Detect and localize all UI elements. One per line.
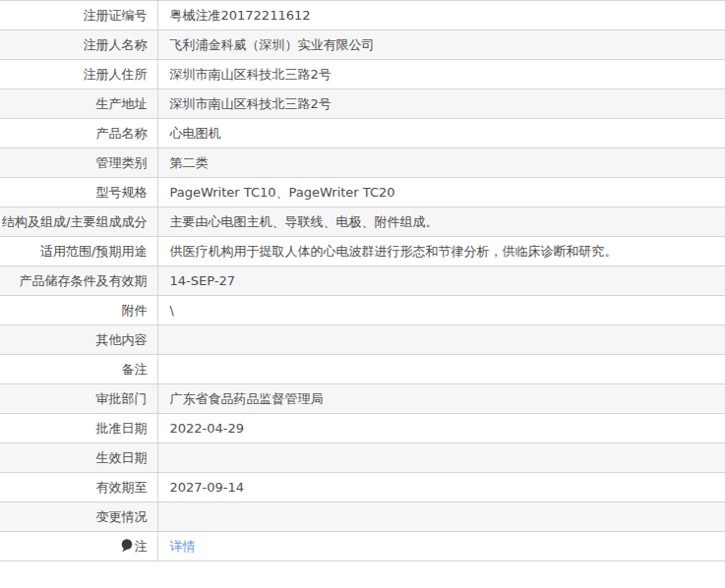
row-label-cell: 适用范围/预期用途 [0,237,157,266]
table-row: 产品储存条件及有效期 14-SEP-27 [0,266,725,296]
table-row: 有效期至 2027-09-14 [0,473,725,502]
row-label: 注 [135,539,148,554]
row-label: 变更情况 [96,509,148,524]
table-row: 注册证编号 粤械注准20172211612 [0,1,725,30]
row-value: 心电图机 [170,126,221,141]
row-value: 深圳市南山区科技北三路2号 [170,96,332,111]
table-row: 管理类别 第二类 [0,148,725,178]
row-value: 2022-04-29 [170,421,245,436]
row-label: 结构及组成/主要组成成分 [2,214,147,229]
row-label-cell: 结构及组成/主要组成成分 [0,207,157,237]
table-row: 审批部门 广东省食品药品监督管理局 [0,384,725,414]
row-label-cell: 注 [0,532,157,561]
registration-detail-page: 注册证编号 粤械注准20172211612 注册人名称 飞利浦金科威（深圳）实业… [0,0,725,588]
row-label-cell: 附件 [0,296,157,325]
row-value-cell: 供医疗机构用于提取人体的心电波群进行形态和节律分析，供临床诊断和研究。 [157,237,725,266]
row-label-cell: 批准日期 [0,414,157,443]
row-label-cell: 管理类别 [0,148,157,178]
row-label-cell: 产品名称 [0,119,157,148]
registration-table: 注册证编号 粤械注准20172211612 注册人名称 飞利浦金科威（深圳）实业… [0,0,725,561]
row-value-cell: 2027-09-14 [157,473,725,502]
row-value: 14-SEP-27 [170,273,236,288]
table-row: 产品名称 心电图机 [0,119,725,148]
row-label-cell: 型号规格 [0,178,157,207]
row-label: 审批部门 [96,391,148,406]
table-row: 注 详情 [0,532,725,561]
row-value-cell: 第二类 [157,148,725,178]
table-row: 注册人住所 深圳市南山区科技北三路2号 [0,60,725,89]
row-value: 飞利浦金科威（深圳）实业有限公司 [170,37,375,52]
row-value: 主要由心电图主机、导联线、电极、附件组成。 [170,214,439,229]
row-label: 附件 [122,303,148,318]
row-label-cell: 备注 [0,355,157,384]
note-balloon-icon [121,539,133,553]
table-row: 生产地址 深圳市南山区科技北三路2号 [0,89,725,119]
row-value-cell [157,355,725,384]
row-value-cell: 深圳市南山区科技北三路2号 [157,89,725,119]
row-label: 适用范围/预期用途 [40,244,147,259]
row-value-cell: 飞利浦金科威（深圳）实业有限公司 [157,30,725,60]
row-value: 广东省食品药品监督管理局 [170,391,324,406]
row-label-cell: 生效日期 [0,443,157,473]
row-value-cell: PageWriter TC10、PageWriter TC20 [157,178,725,207]
row-label: 注册人名称 [84,37,148,52]
row-value: 深圳市南山区科技北三路2号 [170,67,332,82]
table-body: 注册证编号 粤械注准20172211612 注册人名称 飞利浦金科威（深圳）实业… [0,1,725,561]
row-value-cell [157,325,725,355]
row-label: 产品储存条件及有效期 [20,273,148,288]
row-label: 注册人住所 [84,67,148,82]
row-value: 2027-09-14 [170,480,245,495]
table-row: 附件 \ [0,296,725,325]
table-row: 型号规格 PageWriter TC10、PageWriter TC20 [0,178,725,207]
row-label: 有效期至 [96,480,148,495]
row-label-cell: 其他内容 [0,325,157,355]
row-value-cell: \ [157,296,725,325]
row-value: 第二类 [170,155,209,170]
detail-link[interactable]: 详情 [170,539,196,554]
row-value: 粤械注准20172211612 [170,8,311,23]
row-label: 备注 [122,362,148,377]
row-label: 其他内容 [96,332,148,347]
table-row: 结构及组成/主要组成成分 主要由心电图主机、导联线、电极、附件组成。 [0,207,725,237]
row-label: 型号规格 [96,185,148,200]
row-label-cell: 生产地址 [0,89,157,119]
row-label: 产品名称 [96,126,148,141]
table-row: 备注 [0,355,725,384]
row-label-cell: 审批部门 [0,384,157,414]
table-row: 变更情况 [0,502,725,532]
row-value-cell: 主要由心电图主机、导联线、电极、附件组成。 [157,207,725,237]
table-row: 其他内容 [0,325,725,355]
row-value-cell: 14-SEP-27 [157,266,725,296]
row-value-cell: 详情 [157,532,725,561]
row-label-cell: 注册人名称 [0,30,157,60]
row-value: \ [170,303,174,318]
row-value-cell [157,502,725,532]
row-label-cell: 有效期至 [0,473,157,502]
row-value-cell: 深圳市南山区科技北三路2号 [157,60,725,89]
row-value-cell: 2022-04-29 [157,414,725,443]
row-label: 管理类别 [96,155,148,170]
row-value: 供医疗机构用于提取人体的心电波群进行形态和节律分析，供临床诊断和研究。 [170,244,618,259]
table-row: 批准日期 2022-04-29 [0,414,725,443]
row-label: 生效日期 [96,450,148,465]
row-label-cell: 注册人住所 [0,60,157,89]
row-value-cell: 心电图机 [157,119,725,148]
table-row: 适用范围/预期用途 供医疗机构用于提取人体的心电波群进行形态和节律分析，供临床诊… [0,237,725,266]
table-row: 注册人名称 飞利浦金科威（深圳）实业有限公司 [0,30,725,60]
row-label: 注册证编号 [84,8,148,23]
row-label-cell: 注册证编号 [0,1,157,30]
row-value-cell [157,443,725,473]
row-label: 批准日期 [96,421,148,436]
row-label-cell: 变更情况 [0,502,157,532]
row-value-cell: 粤械注准20172211612 [157,1,725,30]
row-value-cell: 广东省食品药品监督管理局 [157,384,725,414]
row-value: PageWriter TC10、PageWriter TC20 [170,185,395,200]
row-label: 生产地址 [96,96,148,111]
row-label-cell: 产品储存条件及有效期 [0,266,157,296]
table-row: 生效日期 [0,443,725,473]
